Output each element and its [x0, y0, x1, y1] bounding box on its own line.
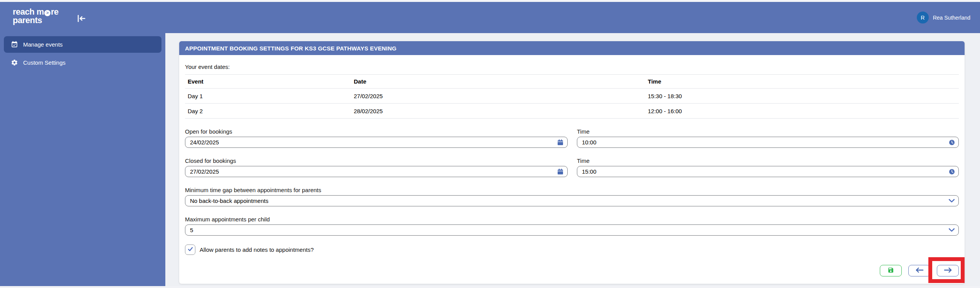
- calendar-icon[interactable]: [557, 168, 564, 175]
- time-value: 10:00: [582, 139, 949, 146]
- table-row: Day 1 27/02/2025 15:30 - 18:30: [185, 89, 959, 104]
- closed-time-input[interactable]: 15:00: [577, 166, 959, 177]
- chevron-down-icon: [948, 228, 955, 232]
- sidebar-item-custom-settings[interactable]: Custom Settings: [4, 55, 161, 70]
- avatar[interactable]: R: [917, 12, 929, 23]
- open-time-label: Time: [577, 128, 959, 135]
- clock-icon[interactable]: [949, 139, 955, 146]
- date-value: 27/02/2025: [190, 168, 557, 175]
- event-dates-intro: Your event dates:: [185, 55, 959, 70]
- event-name-cell: Day 1: [185, 93, 351, 99]
- sidebar-item-manage-events[interactable]: Manage events: [4, 36, 161, 53]
- date-value: 24/02/2025: [190, 139, 557, 146]
- save-button[interactable]: [880, 265, 902, 276]
- open-time-input[interactable]: 10:00: [577, 137, 959, 148]
- selected-option: 5: [190, 227, 948, 233]
- panel-header: APPOINTMENT BOOKING SETTINGS FOR KS3 GCS…: [179, 41, 965, 55]
- user-menu[interactable]: R Rea Sutherland: [917, 2, 970, 33]
- user-name: Rea Sutherland: [933, 15, 970, 21]
- clock-icon[interactable]: [949, 169, 955, 175]
- booking-settings-panel: APPOINTMENT BOOKING SETTINGS FOR KS3 GCS…: [179, 41, 965, 284]
- back-button[interactable]: [908, 265, 930, 276]
- gear-icon: [10, 59, 18, 66]
- sidebar: Manage events Custom Settings: [0, 33, 165, 286]
- logo-arrow-o-icon: >: [44, 10, 50, 16]
- bottom-edge-strip: [0, 286, 980, 288]
- next-button[interactable]: [937, 265, 959, 276]
- selected-option: No back-to-back appointments: [190, 198, 948, 204]
- event-name-cell: Day 2: [185, 108, 351, 114]
- column-header-event: Event: [185, 78, 351, 85]
- open-for-bookings-date-input[interactable]: 24/02/2025: [185, 137, 568, 148]
- check-icon: [187, 246, 194, 254]
- allow-notes-label: Allow parents to add notes to appointmen…: [200, 246, 314, 253]
- closed-for-bookings-label: Closed for bookings: [185, 157, 568, 164]
- footer-buttons: [880, 265, 959, 276]
- collapse-sidebar-icon[interactable]: [76, 14, 87, 23]
- column-header-time: Time: [645, 78, 959, 85]
- closed-for-bookings-date-input[interactable]: 27/02/2025: [185, 166, 568, 177]
- panel-body: Your event dates: Event Date Time Day 1 …: [179, 55, 965, 284]
- min-gap-label: Minimum time gap between appointments fo…: [185, 187, 959, 193]
- panel-title: APPOINTMENT BOOKING SETTINGS FOR KS3 GCS…: [185, 45, 397, 52]
- max-appointments-label: Maximum appointments per child: [185, 216, 959, 223]
- closed-time-label: Time: [577, 157, 959, 164]
- sidebar-item-label: Manage events: [23, 41, 63, 48]
- event-time-cell: 15:30 - 18:30: [645, 93, 959, 99]
- arrow-left-icon: [915, 267, 924, 274]
- open-for-bookings-label: Open for bookings: [185, 128, 568, 135]
- brand-logo: reach m>re parents: [13, 8, 59, 24]
- table-row: Day 2 28/02/2025 12:00 - 16:00: [185, 104, 959, 119]
- event-date-cell: 27/02/2025: [351, 93, 645, 99]
- column-header-date: Date: [351, 78, 645, 85]
- time-value: 15:00: [582, 168, 949, 175]
- app-header: reach m>re parents R Rea Sutherland: [0, 2, 980, 33]
- event-date-cell: 28/02/2025: [351, 108, 645, 114]
- event-dates-table: Event Date Time Day 1 27/02/2025 15:30 -…: [185, 74, 959, 119]
- sidebar-item-label: Custom Settings: [23, 59, 66, 66]
- arrow-right-icon: [943, 267, 953, 274]
- calendar-check-icon: [10, 41, 18, 49]
- min-gap-select[interactable]: No back-to-back appointments: [185, 195, 959, 206]
- max-appointments-select[interactable]: 5: [185, 224, 959, 236]
- allow-notes-checkbox[interactable]: [185, 244, 195, 255]
- event-time-cell: 12:00 - 16:00: [645, 108, 959, 114]
- logo-line2: parents: [13, 15, 42, 25]
- table-header-row: Event Date Time: [185, 75, 959, 89]
- save-icon: [888, 267, 894, 275]
- chevron-down-icon: [948, 199, 955, 203]
- calendar-icon[interactable]: [557, 139, 564, 146]
